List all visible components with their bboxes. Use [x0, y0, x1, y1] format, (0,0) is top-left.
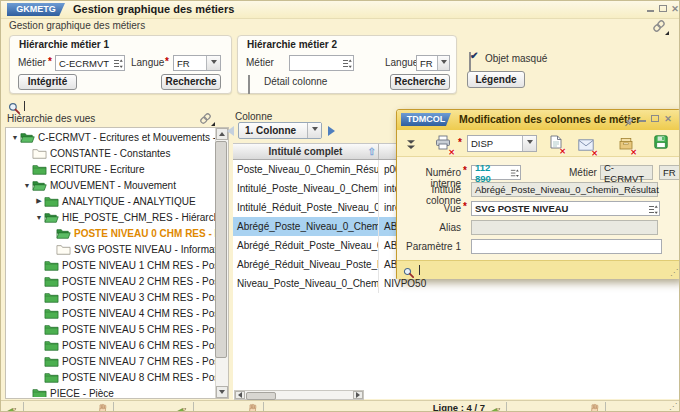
numero-interne-field[interactable]: 112 890 [471, 165, 521, 180]
integrite-button[interactable]: Intégrité [18, 74, 77, 90]
tree-item[interactable]: PIECE - Pièce [7, 385, 216, 397]
folder-open-icon [20, 132, 35, 143]
folder-icon [44, 340, 59, 351]
tree-item[interactable]: ECRITURE - Ecriture [7, 161, 216, 177]
scroll-right-icon[interactable] [353, 391, 363, 399]
folder-icon [32, 388, 47, 398]
edit-pencil-icon [489, 402, 502, 412]
tree-item[interactable]: POSTE NIVEAU 6 CHM RES - Poste Niveau 6 … [7, 337, 216, 353]
close-icon[interactable]: ✕ [670, 4, 680, 14]
link-icon[interactable] [651, 19, 667, 33]
dialog-maximize-icon[interactable] [650, 114, 660, 124]
group1-langue-select[interactable]: FR [173, 55, 221, 71]
group2-langue-select[interactable]: FR [416, 55, 450, 71]
mail-cancel-icon[interactable]: ✕ [578, 137, 594, 155]
dialog-langue-field: FR [659, 165, 680, 180]
tree-item-selected[interactable]: POSTE NIVEAU 0 CHM RES - Poste Niveau 0 … [7, 225, 216, 241]
tree-item[interactable]: ANALYTIQUE - ANALYTIQUE [7, 193, 216, 209]
tree-item[interactable]: HIE_POSTE_CHM_RES - Hiérarchie poste che… [7, 209, 216, 225]
chevron-down-icon[interactable] [522, 136, 536, 151]
chevron-down-icon[interactable] [307, 123, 321, 138]
pan-hand-icon [97, 401, 108, 412]
maximize-icon[interactable] [658, 4, 668, 14]
search-icon[interactable] [403, 264, 414, 282]
lookup-icon[interactable] [113, 58, 123, 72]
previous-column-icon[interactable] [227, 126, 234, 136]
header-intitule-complet[interactable]: Intitulé complet [233, 144, 379, 159]
lookup-icon[interactable] [648, 204, 658, 218]
collapse-double-chevron-icon[interactable] [405, 137, 417, 155]
table-hscrollbar[interactable] [234, 390, 364, 400]
intitule-colonne-field: Abrégé_Poste_Niveau_0_Chemin_Résultat [471, 182, 658, 197]
view-hierarchy-tree: C-ECRMVT - Ecritures et Mouvements - Cli… [5, 127, 229, 399]
tree-item[interactable]: POSTE NIVEAU 2 CHM RES - Poste Niveau 2 … [7, 273, 216, 289]
group2-recherche-button[interactable]: Recherche [390, 74, 450, 90]
folder-icon [32, 148, 47, 159]
group2-metier-field[interactable] [289, 55, 354, 71]
vue-label: Vue [399, 203, 461, 214]
dialog-close-icon[interactable]: ✕ [663, 114, 673, 124]
group1-title: Hiérarchie métier 1 [19, 39, 109, 50]
tree-link-icon[interactable] [198, 111, 213, 124]
folder-icon [44, 308, 59, 319]
next-column-icon[interactable] [328, 126, 335, 136]
abort-document-icon[interactable]: ✕ [550, 135, 562, 153]
objet-masque-checkbox[interactable] [469, 52, 471, 71]
folder-open-icon [56, 228, 71, 239]
edit-pencil-icon [175, 402, 188, 412]
tree-item[interactable]: CONSTANTE - Constantes [7, 145, 216, 161]
status-separator [263, 402, 264, 411]
group1-metier-field[interactable]: C-ECRMVT [55, 55, 125, 71]
group2-langue-label: Langue [385, 57, 418, 68]
sort-ascending-icon[interactable] [368, 144, 376, 159]
dialog-minimize-icon[interactable] [638, 114, 648, 124]
minimize-icon[interactable] [646, 4, 656, 14]
column-selector[interactable]: 1. Colonne [238, 122, 322, 139]
parametre1-label: Paramètre 1 [399, 241, 461, 252]
detail-colonne-checkbox[interactable] [248, 75, 250, 94]
tree-scrollbar-thumb[interactable] [215, 141, 227, 358]
table-hscrollbar-thumb[interactable] [246, 392, 276, 400]
expand-icon[interactable] [22, 182, 32, 189]
vue-field[interactable]: SVG POSTE NIVEAU [471, 201, 660, 216]
page-title: Gestion graphique des métiers [9, 20, 145, 31]
dialog-modification-colonnes: TDMCOL Modification des colonnes de méti… [396, 109, 680, 279]
dialog-search-input[interactable] [422, 263, 626, 278]
disp-select[interactable]: DISP [467, 135, 537, 152]
folder-icon [44, 196, 59, 207]
print-cancel-icon[interactable]: ✕ [435, 135, 451, 154]
chevron-down-icon[interactable] [206, 56, 220, 70]
chevron-down-icon[interactable] [437, 56, 449, 70]
tree-item[interactable]: POSTE NIVEAU 4 CHM RES - Poste Niveau 4 … [7, 305, 216, 321]
expand-icon[interactable] [10, 134, 20, 141]
required-asterisk: * [48, 56, 52, 67]
scroll-left-icon[interactable] [235, 391, 245, 399]
save-icon[interactable] [654, 135, 668, 153]
tree-item[interactable]: POSTE NIVEAU 7 CHM RES - Poste Niveau 7 … [7, 353, 216, 369]
tree-item[interactable]: MOUVEMENT - Mouvement [7, 177, 216, 193]
tree-item[interactable]: POSTE NIVEAU 1 CHM RES - Poste Niveau 1 … [7, 257, 216, 273]
lookup-icon[interactable] [342, 58, 352, 72]
tree-item[interactable]: POSTE NIVEAU 3 CHM RES - Poste Niveau 3 … [7, 289, 216, 305]
alias-field [471, 220, 658, 235]
folder-open-icon [44, 212, 59, 223]
delete-record-icon[interactable]: ✕ [619, 136, 633, 154]
group1-recherche-button[interactable]: Recherche [161, 74, 221, 90]
tree-item[interactable]: C-ECRMVT - Ecritures et Mouvements - Cli… [7, 129, 216, 145]
tree-item[interactable]: POSTE NIVEAU 8 CHM RES - Poste Niveau 8 … [7, 369, 216, 385]
scroll-down-icon[interactable] [216, 386, 228, 398]
legende-button[interactable]: Légende [467, 71, 525, 88]
dialog-resize-grip-icon[interactable] [670, 269, 678, 277]
status-separator [506, 402, 507, 411]
tree-item[interactable]: SVG POSTE NIVEAU - Informations Hiérarch… [7, 241, 216, 257]
parametre1-field[interactable] [471, 239, 662, 254]
detail-colonne-label: Détail colonne [264, 76, 327, 87]
spinner-icon[interactable] [510, 168, 519, 181]
tree-search-input[interactable] [27, 98, 211, 114]
tree-item[interactable]: POSTE NIVEAU 5 CHM RES - Poste Niveau 5 … [7, 321, 216, 337]
resize-grip-icon[interactable] [669, 403, 677, 411]
folder-icon [44, 260, 59, 271]
collapse-icon[interactable] [34, 197, 44, 205]
status-separator [193, 402, 194, 411]
expand-icon[interactable] [34, 214, 44, 221]
